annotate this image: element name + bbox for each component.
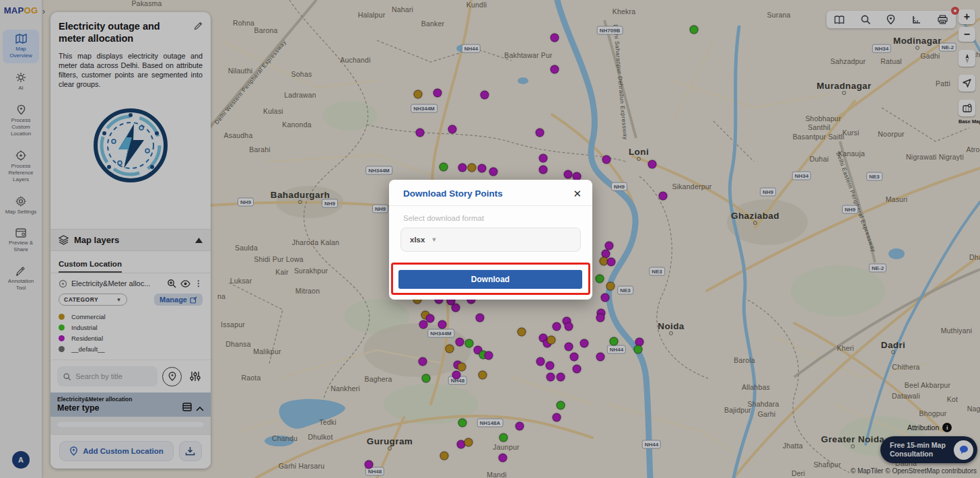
close-icon[interactable]: ✕ [573, 189, 582, 199]
format-value: xlsx [410, 236, 425, 244]
app-root: PakasmaHalalpurNahariKundliKhekraSuranaR… [0, 0, 980, 478]
download-modal: Download Story Points ✕ Select download … [389, 180, 592, 300]
download-button[interactable]: Download [398, 270, 582, 289]
format-caret-icon: ▼ [431, 236, 437, 243]
format-select[interactable]: xlsx ▼ [400, 228, 581, 252]
modal-title: Download Story Points [403, 189, 573, 199]
format-label: Select download format [403, 214, 582, 222]
